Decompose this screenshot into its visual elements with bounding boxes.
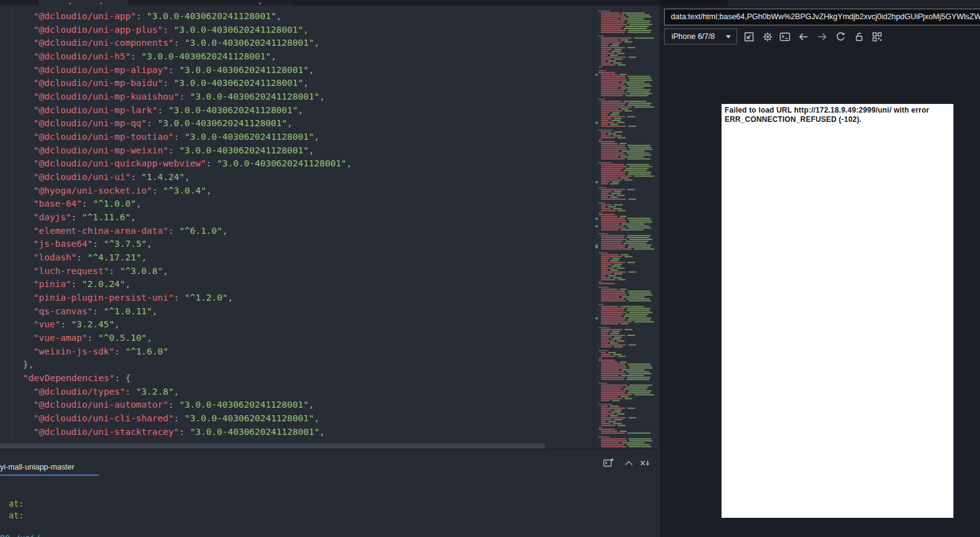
token: , xyxy=(184,172,190,182)
token: : xyxy=(61,319,71,329)
code-line[interactable]: "@dcloudio/uni-mp-baidu": "3.0.0-4030620… xyxy=(0,76,594,90)
code-line[interactable]: "@dcloudio/uni-app": "3.0.0-403062024112… xyxy=(0,9,594,23)
editor-tab[interactable] xyxy=(215,0,293,6)
new-terminal-icon[interactable] xyxy=(602,457,615,470)
code-line[interactable]: "dayjs": "^1.11.6", xyxy=(0,210,594,224)
token: , xyxy=(314,132,320,142)
back-arrow-icon[interactable] xyxy=(798,31,809,43)
token: "lodash" xyxy=(33,252,77,262)
settings-gear-icon[interactable] xyxy=(762,31,773,43)
token: "^3.0.4" xyxy=(163,186,207,195)
token: "@dcloudio/uni-mp-qq" xyxy=(33,118,147,128)
browser-preview-panel: data:text/html;base64,PGh0bWw%2BPGJvZHkg… xyxy=(660,0,980,537)
editor-tab[interactable] xyxy=(38,0,129,6)
code-line[interactable]: "@dcloudio/uni-quickapp-webview": "3.0.0… xyxy=(0,157,594,170)
token: : xyxy=(114,346,125,356)
code-line[interactable]: "@dcloudio/uni-mp-qq": "3.0.0-4030620241… xyxy=(0,116,594,130)
token: , xyxy=(223,226,228,236)
horizontal-scrollbar-thumb[interactable] xyxy=(0,444,545,449)
token: : xyxy=(168,145,179,155)
token: "vue-amap" xyxy=(33,333,87,343)
code-line[interactable]: "vue": "3.2.45", xyxy=(0,317,594,331)
code-line[interactable]: "lodash": "^4.17.21", xyxy=(0,251,594,264)
token: : xyxy=(168,65,179,75)
device-screen[interactable]: Failed to load URL http://172.18.9.49:29… xyxy=(722,104,953,518)
code-line[interactable]: "pinia-plugin-persist-uni": "^1.2.0", xyxy=(0,291,594,304)
token: "3.2.45" xyxy=(71,319,114,329)
token: , xyxy=(147,333,152,343)
token: "dayjs" xyxy=(33,212,71,222)
token: "vue" xyxy=(33,319,61,329)
token: , xyxy=(142,252,147,262)
url-input[interactable]: data:text/html;base64,PGh0bWw%2BPGJvZHkg… xyxy=(664,9,980,25)
unlock-icon[interactable] xyxy=(853,31,865,43)
tab-label-fragment xyxy=(100,2,102,4)
forward-arrow-icon[interactable] xyxy=(816,31,828,43)
token: , xyxy=(271,51,276,61)
code-line[interactable]: "devDependencies": { xyxy=(0,371,594,385)
token: : xyxy=(174,293,184,303)
preview-tab[interactable] xyxy=(728,0,980,6)
code-line[interactable]: }, xyxy=(0,358,594,371)
token: "@dcloudio/uni-mp-lark" xyxy=(33,105,158,115)
token: "^1.2.0" xyxy=(184,293,228,303)
terminal-output-line: at: xyxy=(9,498,23,510)
terminal-tab[interactable]: yi-mall-uniapp-master xyxy=(0,463,74,471)
token: : xyxy=(82,199,93,208)
code-line[interactable]: "@dcloudio/uni-ui": "1.4.24", xyxy=(0,170,594,184)
code-line[interactable]: "@dcloudio/uni-stacktracey": "3.0.0-4030… xyxy=(0,425,594,439)
device-select[interactable]: iPhone 6/7/8 xyxy=(664,28,737,45)
token: , xyxy=(314,413,320,423)
detach-window-icon[interactable] xyxy=(743,31,755,43)
token: "1.4.24" xyxy=(142,172,185,182)
maximize-panel-icon[interactable] xyxy=(623,457,635,470)
token: , xyxy=(309,145,314,155)
code-line[interactable]: "vue-amap": "^0.5.10", xyxy=(0,331,594,345)
token: : xyxy=(179,427,190,437)
code-line[interactable]: "@dcloudio/uni-mp-lark": "3.0.0-40306202… xyxy=(0,103,594,117)
code-line[interactable]: "@dcloudio/uni-mp-toutiao": "3.0.0-40306… xyxy=(0,130,594,144)
token: "@dcloudio/uni-stacktracey" xyxy=(33,427,179,437)
editor-tab[interactable] xyxy=(129,0,215,6)
token: "3.0.0-4030620241128001" xyxy=(174,25,304,35)
token: "2.0.24" xyxy=(82,279,126,289)
minimap[interactable] xyxy=(594,6,660,449)
code-line[interactable]: "@dcloudio/uni-automator": "3.0.0-403062… xyxy=(0,398,594,411)
code-line[interactable]: "@hyoga/uni-socket.io": "^3.0.4", xyxy=(0,184,594,197)
token: "^4.17.21" xyxy=(87,252,141,262)
tab-label-fragment xyxy=(259,2,261,4)
code-line[interactable]: "@dcloudio/uni-cli-shared": "3.0.0-40306… xyxy=(0,411,594,425)
devtools-console-icon[interactable] xyxy=(779,31,791,43)
token: "@dcloudio/uni-mp-toutiao" xyxy=(33,132,174,142)
code-line[interactable]: "@dcloudio/uni-app-plus": "3.0.0-4030620… xyxy=(0,23,594,37)
token: "@dcloudio/uni-ui" xyxy=(33,172,130,182)
code-line[interactable]: "js-base64": "^3.7.5", xyxy=(0,237,594,251)
close-panel-icon[interactable] xyxy=(639,457,651,470)
token: "@dcloudio/uni-app-plus" xyxy=(33,25,163,35)
code-line[interactable]: "@dcloudio/uni-mp-alipay": "3.0.0-403062… xyxy=(0,63,594,77)
token: , xyxy=(320,92,325,101)
code-line[interactable]: "weixin-js-sdk": "^1.6.0" xyxy=(0,345,594,358)
refresh-icon[interactable] xyxy=(835,31,846,43)
qr-code-icon[interactable] xyxy=(871,31,883,43)
token: "3.0.0-4030620241128001" xyxy=(179,145,309,155)
editor-tab[interactable] xyxy=(0,0,38,6)
code-line[interactable]: "element-china-area-data": "^6.1.0", xyxy=(0,224,594,238)
code-line[interactable]: "@dcloudio/uni-mp-kuaishou": "3.0.0-4030… xyxy=(0,90,594,103)
code-line[interactable]: "@dcloudio/uni-h5": "3.0.0-4030620241128… xyxy=(0,49,594,63)
terminal-output-line: at: xyxy=(9,510,23,522)
code-line[interactable]: "pinia": "2.0.24", xyxy=(0,277,594,291)
token: : xyxy=(77,252,87,262)
code-line[interactable]: "luch-request": "^3.0.8", xyxy=(0,264,594,278)
token: "luch-request" xyxy=(33,266,109,276)
token: : xyxy=(125,387,135,397)
code-editor[interactable]: "@dcloudio/uni-app": "3.0.0-403062024112… xyxy=(0,6,594,449)
code-line[interactable]: "qs-canvas": "^1.0.11", xyxy=(0,304,594,318)
code-line[interactable]: "@dcloudio/uni-mp-weixin": "3.0.0-403062… xyxy=(0,144,594,157)
token: : xyxy=(174,132,184,142)
token: "@dcloudio/uni-mp-weixin" xyxy=(33,145,168,155)
code-line[interactable]: "@dcloudio/types": "3.2.8", xyxy=(0,385,594,398)
token: "3.0.0-4030620241128001" xyxy=(184,132,314,142)
code-line[interactable]: "@dcloudio/uni-components": "3.0.0-40306… xyxy=(0,36,594,49)
code-line[interactable]: "base-64": "^1.0.0", xyxy=(0,197,594,210)
